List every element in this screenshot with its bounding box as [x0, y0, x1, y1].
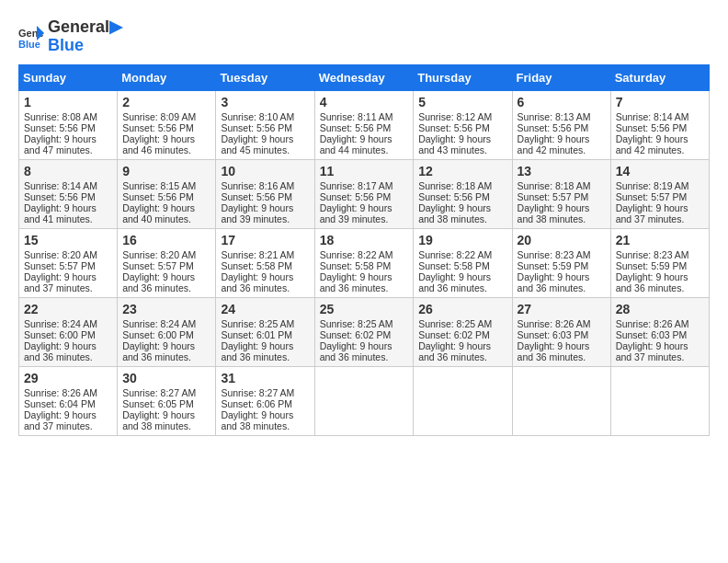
- calendar-cell: 17 Sunrise: 8:21 AM Sunset: 5:58 PM Dayl…: [216, 228, 314, 297]
- day-number: 23: [122, 302, 210, 316]
- calendar-cell: [314, 366, 414, 435]
- logo-text-line1: General▶: [48, 18, 122, 37]
- calendar-week-row: 22 Sunrise: 8:24 AM Sunset: 6:00 PM Dayl…: [19, 297, 710, 366]
- calendar-cell: 27 Sunrise: 8:26 AM Sunset: 6:03 PM Dayl…: [512, 297, 610, 366]
- daylight-label: Daylight: 9 hours: [320, 340, 392, 351]
- sunrise-label: Sunrise: 8:25 AM: [221, 318, 294, 329]
- sunset-label: Sunset: 6:01 PM: [221, 329, 292, 340]
- day-number: 2: [122, 95, 210, 109]
- calendar-cell: 30 Sunrise: 8:27 AM Sunset: 6:05 PM Dayl…: [118, 366, 216, 435]
- day-number: 19: [418, 233, 506, 247]
- day-number: 17: [221, 233, 309, 247]
- sunrise-label: Sunrise: 8:24 AM: [24, 318, 97, 329]
- sunset-label: Sunset: 6:05 PM: [122, 398, 194, 409]
- page-header: General Blue General▶ Blue: [18, 18, 710, 55]
- logo-icon: General Blue: [18, 24, 44, 50]
- sunrise-label: Sunrise: 8:10 AM: [221, 111, 294, 122]
- sunset-label: Sunset: 5:58 PM: [320, 260, 392, 271]
- daylight-minutes: and 42 minutes.: [518, 144, 586, 155]
- sunrise-label: Sunrise: 8:26 AM: [518, 318, 591, 329]
- daylight-minutes: and 37 minutes.: [24, 282, 93, 293]
- calendar-cell: 23 Sunrise: 8:24 AM Sunset: 6:00 PM Dayl…: [118, 297, 216, 366]
- daylight-label: Daylight: 9 hours: [616, 202, 688, 213]
- day-number: 3: [221, 95, 309, 109]
- header-friday: Friday: [512, 64, 610, 90]
- day-number: 24: [221, 302, 309, 316]
- calendar-cell: 5 Sunrise: 8:12 AM Sunset: 5:56 PM Dayli…: [414, 90, 512, 159]
- daylight-minutes: and 36 minutes.: [616, 282, 685, 293]
- daylight-minutes: and 39 minutes.: [221, 213, 290, 224]
- daylight-label: Daylight: 9 hours: [221, 409, 293, 420]
- daylight-label: Daylight: 9 hours: [221, 202, 293, 213]
- daylight-minutes: and 40 minutes.: [122, 213, 191, 224]
- daylight-minutes: and 38 minutes.: [221, 420, 290, 431]
- calendar-cell: 6 Sunrise: 8:13 AM Sunset: 5:56 PM Dayli…: [512, 90, 610, 159]
- day-number: 15: [24, 233, 112, 247]
- daylight-label: Daylight: 9 hours: [24, 202, 97, 213]
- sunset-label: Sunset: 6:02 PM: [320, 329, 392, 340]
- daylight-label: Daylight: 9 hours: [122, 271, 195, 282]
- sunset-label: Sunset: 5:56 PM: [122, 122, 194, 133]
- day-number: 5: [418, 95, 506, 109]
- day-number: 12: [418, 164, 506, 178]
- sunset-label: Sunset: 6:03 PM: [616, 329, 688, 340]
- daylight-minutes: and 36 minutes.: [24, 351, 93, 362]
- sunrise-label: Sunrise: 8:26 AM: [616, 318, 689, 329]
- calendar-cell: 31 Sunrise: 8:27 AM Sunset: 6:06 PM Dayl…: [216, 366, 314, 435]
- calendar-cell: 7 Sunrise: 8:14 AM Sunset: 5:56 PM Dayli…: [610, 90, 709, 159]
- calendar-cell: 20 Sunrise: 8:23 AM Sunset: 5:59 PM Dayl…: [512, 228, 610, 297]
- daylight-minutes: and 42 minutes.: [616, 144, 685, 155]
- daylight-label: Daylight: 9 hours: [518, 133, 590, 144]
- sunset-label: Sunset: 5:58 PM: [221, 260, 292, 271]
- calendar-cell: 1 Sunrise: 8:08 AM Sunset: 5:56 PM Dayli…: [19, 90, 118, 159]
- calendar-cell: 15 Sunrise: 8:20 AM Sunset: 5:57 PM Dayl…: [19, 228, 118, 297]
- sunset-label: Sunset: 5:56 PM: [320, 191, 392, 202]
- sunrise-label: Sunrise: 8:16 AM: [221, 180, 294, 191]
- calendar-week-row: 1 Sunrise: 8:08 AM Sunset: 5:56 PM Dayli…: [19, 90, 710, 159]
- daylight-minutes: and 36 minutes.: [221, 351, 290, 362]
- day-number: 16: [122, 233, 210, 247]
- sunset-label: Sunset: 5:56 PM: [221, 122, 292, 133]
- calendar-cell: 16 Sunrise: 8:20 AM Sunset: 5:57 PM Dayl…: [118, 228, 216, 297]
- sunrise-label: Sunrise: 8:22 AM: [418, 249, 492, 260]
- daylight-label: Daylight: 9 hours: [24, 271, 97, 282]
- sunset-label: Sunset: 5:56 PM: [616, 122, 688, 133]
- sunset-label: Sunset: 5:57 PM: [24, 260, 96, 271]
- daylight-minutes: and 44 minutes.: [320, 144, 389, 155]
- calendar-cell: 13 Sunrise: 8:18 AM Sunset: 5:57 PM Dayl…: [512, 159, 610, 228]
- calendar-cell: 18 Sunrise: 8:22 AM Sunset: 5:58 PM Dayl…: [314, 228, 414, 297]
- sunrise-label: Sunrise: 8:20 AM: [122, 249, 196, 260]
- calendar-week-row: 15 Sunrise: 8:20 AM Sunset: 5:57 PM Dayl…: [19, 228, 710, 297]
- daylight-label: Daylight: 9 hours: [221, 340, 293, 351]
- day-number: 9: [122, 164, 210, 178]
- sunrise-label: Sunrise: 8:24 AM: [122, 318, 196, 329]
- sunset-label: Sunset: 5:56 PM: [24, 122, 96, 133]
- header-saturday: Saturday: [610, 64, 709, 90]
- sunset-label: Sunset: 5:56 PM: [24, 191, 96, 202]
- sunrise-label: Sunrise: 8:25 AM: [418, 318, 492, 329]
- daylight-minutes: and 37 minutes.: [616, 213, 685, 224]
- sunrise-label: Sunrise: 8:11 AM: [320, 111, 393, 122]
- calendar-table: SundayMondayTuesdayWednesdayThursdayFrid…: [18, 64, 710, 436]
- sunset-label: Sunset: 5:56 PM: [418, 122, 490, 133]
- daylight-label: Daylight: 9 hours: [24, 340, 97, 351]
- daylight-label: Daylight: 9 hours: [418, 202, 491, 213]
- calendar-cell: 29 Sunrise: 8:26 AM Sunset: 6:04 PM Dayl…: [19, 366, 118, 435]
- day-number: 29: [24, 371, 112, 385]
- daylight-minutes: and 36 minutes.: [122, 351, 191, 362]
- sunrise-label: Sunrise: 8:14 AM: [616, 111, 689, 122]
- daylight-label: Daylight: 9 hours: [320, 202, 392, 213]
- daylight-minutes: and 36 minutes.: [320, 351, 389, 362]
- logo-text-line2: Blue: [48, 37, 122, 55]
- calendar-week-row: 8 Sunrise: 8:14 AM Sunset: 5:56 PM Dayli…: [19, 159, 710, 228]
- day-number: 1: [24, 95, 112, 109]
- day-number: 21: [616, 233, 704, 247]
- sunset-label: Sunset: 5:56 PM: [418, 191, 490, 202]
- daylight-label: Daylight: 9 hours: [616, 340, 688, 351]
- daylight-minutes: and 36 minutes.: [320, 282, 389, 293]
- calendar-cell: 4 Sunrise: 8:11 AM Sunset: 5:56 PM Dayli…: [314, 90, 414, 159]
- day-number: 8: [24, 164, 112, 178]
- sunset-label: Sunset: 6:06 PM: [221, 398, 292, 409]
- sunrise-label: Sunrise: 8:20 AM: [24, 249, 97, 260]
- sunrise-label: Sunrise: 8:15 AM: [122, 180, 196, 191]
